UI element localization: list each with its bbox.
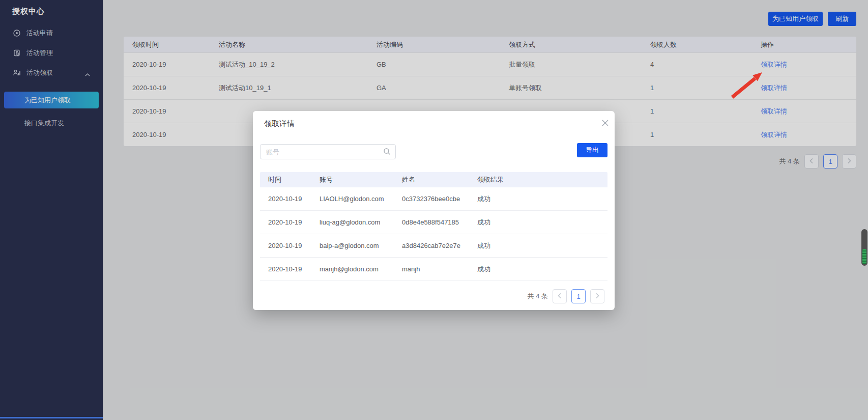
detail-table-header: 时间 账号 姓名 领取结果 (260, 172, 607, 187)
col-time: 时间 (260, 175, 320, 184)
cell-account: LIAOLH@glodon.com (320, 195, 402, 203)
cell-time: 2020-10-19 (260, 218, 320, 226)
close-icon[interactable] (599, 117, 611, 128)
scrollbar-thumb[interactable] (861, 229, 867, 266)
prev-page-button[interactable] (553, 289, 567, 303)
modal-title: 领取详情 (264, 119, 295, 129)
cell-time: 2020-10-19 (260, 265, 320, 273)
detail-pagination: 共 4 条 1 (528, 289, 604, 303)
cell-account: manjh@glodon.com (320, 265, 402, 273)
cell-result: 成功 (477, 265, 607, 274)
app-root: 授权中心 活动申请 活动管理 (0, 0, 868, 420)
detail-row: 2020-10-19 manjh@glodon.com manjh 成功 (260, 258, 607, 281)
cell-name: 0d8e4e588f547185 (402, 218, 477, 226)
detail-row: 2020-10-19 LIAOLH@glodon.com 0c3732376be… (260, 187, 607, 211)
claim-detail-modal: 领取详情 导出 时间 账号 姓名 领取结果 2020-10-19 LIAOLH@… (253, 111, 615, 310)
detail-row: 2020-10-19 liuq-ag@glodon.com 0d8e4e588f… (260, 211, 607, 234)
cell-time: 2020-10-19 (260, 195, 320, 203)
search-icon (383, 148, 391, 157)
total-count-label: 共 4 条 (528, 292, 548, 301)
claim-detail-table: 时间 账号 姓名 领取结果 2020-10-19 LIAOLH@glodon.c… (260, 172, 607, 281)
cell-account: liuq-ag@glodon.com (320, 218, 402, 226)
chevron-right-icon (595, 293, 599, 300)
page-1-button[interactable]: 1 (571, 289, 586, 303)
export-button[interactable]: 导出 (577, 143, 607, 157)
cell-name: manjh (402, 265, 477, 273)
cell-result: 成功 (477, 194, 607, 204)
cell-name: 0c3732376bee0cbe (402, 195, 477, 203)
col-name: 姓名 (402, 175, 477, 184)
col-account: 账号 (320, 175, 402, 184)
scrollbar-stripes (862, 249, 866, 264)
cell-result: 成功 (477, 218, 607, 227)
next-page-button[interactable] (590, 289, 604, 303)
cell-result: 成功 (477, 241, 607, 250)
chevron-left-icon (558, 293, 562, 300)
col-result: 领取结果 (477, 175, 607, 184)
cell-time: 2020-10-19 (260, 242, 320, 249)
cell-account: baip-a@glodon.com (320, 242, 402, 249)
detail-row: 2020-10-19 baip-a@glodon.com a3d8426cab7… (260, 234, 607, 258)
account-search-input[interactable] (260, 144, 396, 159)
cell-name: a3d8426cab7e2e7e (402, 242, 477, 249)
